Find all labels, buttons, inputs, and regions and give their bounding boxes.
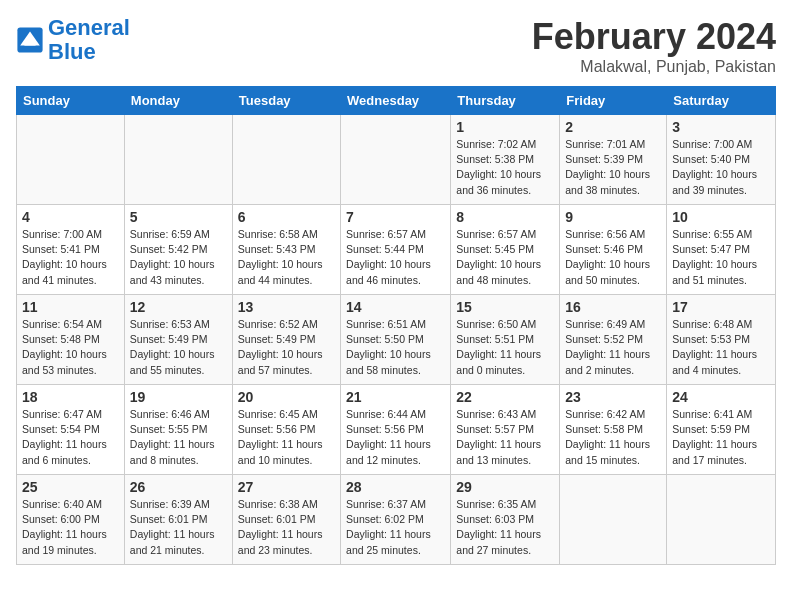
day-info: Sunrise: 6:41 AM Sunset: 5:59 PM Dayligh… bbox=[672, 407, 770, 468]
weekday-header-wednesday: Wednesday bbox=[341, 87, 451, 115]
day-info: Sunrise: 6:57 AM Sunset: 5:45 PM Dayligh… bbox=[456, 227, 554, 288]
day-info: Sunrise: 6:37 AM Sunset: 6:02 PM Dayligh… bbox=[346, 497, 445, 558]
day-number: 5 bbox=[130, 209, 227, 225]
weekday-header-saturday: Saturday bbox=[667, 87, 776, 115]
calendar-cell bbox=[232, 115, 340, 205]
day-number: 19 bbox=[130, 389, 227, 405]
calendar-cell: 2Sunrise: 7:01 AM Sunset: 5:39 PM Daylig… bbox=[560, 115, 667, 205]
day-info: Sunrise: 7:02 AM Sunset: 5:38 PM Dayligh… bbox=[456, 137, 554, 198]
day-info: Sunrise: 6:59 AM Sunset: 5:42 PM Dayligh… bbox=[130, 227, 227, 288]
day-number: 13 bbox=[238, 299, 335, 315]
calendar-cell: 14Sunrise: 6:51 AM Sunset: 5:50 PM Dayli… bbox=[341, 295, 451, 385]
day-number: 18 bbox=[22, 389, 119, 405]
logo-icon bbox=[16, 26, 44, 54]
day-number: 3 bbox=[672, 119, 770, 135]
day-info: Sunrise: 6:57 AM Sunset: 5:44 PM Dayligh… bbox=[346, 227, 445, 288]
weekday-header-row: SundayMondayTuesdayWednesdayThursdayFrid… bbox=[17, 87, 776, 115]
day-number: 14 bbox=[346, 299, 445, 315]
day-number: 20 bbox=[238, 389, 335, 405]
day-number: 29 bbox=[456, 479, 554, 495]
logo: General Blue bbox=[16, 16, 130, 64]
day-info: Sunrise: 6:38 AM Sunset: 6:01 PM Dayligh… bbox=[238, 497, 335, 558]
day-info: Sunrise: 6:46 AM Sunset: 5:55 PM Dayligh… bbox=[130, 407, 227, 468]
calendar-cell: 1Sunrise: 7:02 AM Sunset: 5:38 PM Daylig… bbox=[451, 115, 560, 205]
page-header: General Blue February 2024 Malakwal, Pun… bbox=[16, 16, 776, 76]
day-number: 26 bbox=[130, 479, 227, 495]
day-info: Sunrise: 6:44 AM Sunset: 5:56 PM Dayligh… bbox=[346, 407, 445, 468]
weekday-header-tuesday: Tuesday bbox=[232, 87, 340, 115]
week-row-1: 1Sunrise: 7:02 AM Sunset: 5:38 PM Daylig… bbox=[17, 115, 776, 205]
calendar-cell: 24Sunrise: 6:41 AM Sunset: 5:59 PM Dayli… bbox=[667, 385, 776, 475]
day-number: 22 bbox=[456, 389, 554, 405]
month-title: February 2024 bbox=[532, 16, 776, 58]
weekday-header-sunday: Sunday bbox=[17, 87, 125, 115]
weekday-header-thursday: Thursday bbox=[451, 87, 560, 115]
calendar-cell: 9Sunrise: 6:56 AM Sunset: 5:46 PM Daylig… bbox=[560, 205, 667, 295]
weekday-header-friday: Friday bbox=[560, 87, 667, 115]
calendar-cell: 26Sunrise: 6:39 AM Sunset: 6:01 PM Dayli… bbox=[124, 475, 232, 565]
day-info: Sunrise: 6:52 AM Sunset: 5:49 PM Dayligh… bbox=[238, 317, 335, 378]
day-info: Sunrise: 6:50 AM Sunset: 5:51 PM Dayligh… bbox=[456, 317, 554, 378]
day-number: 12 bbox=[130, 299, 227, 315]
day-info: Sunrise: 7:00 AM Sunset: 5:40 PM Dayligh… bbox=[672, 137, 770, 198]
day-info: Sunrise: 6:45 AM Sunset: 5:56 PM Dayligh… bbox=[238, 407, 335, 468]
calendar-cell: 28Sunrise: 6:37 AM Sunset: 6:02 PM Dayli… bbox=[341, 475, 451, 565]
week-row-2: 4Sunrise: 7:00 AM Sunset: 5:41 PM Daylig… bbox=[17, 205, 776, 295]
calendar-cell bbox=[560, 475, 667, 565]
calendar-cell: 15Sunrise: 6:50 AM Sunset: 5:51 PM Dayli… bbox=[451, 295, 560, 385]
day-number: 25 bbox=[22, 479, 119, 495]
calendar-cell: 22Sunrise: 6:43 AM Sunset: 5:57 PM Dayli… bbox=[451, 385, 560, 475]
day-number: 28 bbox=[346, 479, 445, 495]
calendar-cell bbox=[17, 115, 125, 205]
day-number: 4 bbox=[22, 209, 119, 225]
calendar-cell: 8Sunrise: 6:57 AM Sunset: 5:45 PM Daylig… bbox=[451, 205, 560, 295]
day-number: 2 bbox=[565, 119, 661, 135]
calendar-cell bbox=[341, 115, 451, 205]
day-number: 16 bbox=[565, 299, 661, 315]
calendar-cell: 19Sunrise: 6:46 AM Sunset: 5:55 PM Dayli… bbox=[124, 385, 232, 475]
day-info: Sunrise: 7:01 AM Sunset: 5:39 PM Dayligh… bbox=[565, 137, 661, 198]
day-info: Sunrise: 6:49 AM Sunset: 5:52 PM Dayligh… bbox=[565, 317, 661, 378]
calendar-table: SundayMondayTuesdayWednesdayThursdayFrid… bbox=[16, 86, 776, 565]
weekday-header-monday: Monday bbox=[124, 87, 232, 115]
day-info: Sunrise: 7:00 AM Sunset: 5:41 PM Dayligh… bbox=[22, 227, 119, 288]
logo-line2: Blue bbox=[48, 39, 96, 64]
day-number: 9 bbox=[565, 209, 661, 225]
day-number: 24 bbox=[672, 389, 770, 405]
day-number: 11 bbox=[22, 299, 119, 315]
title-area: February 2024 Malakwal, Punjab, Pakistan bbox=[532, 16, 776, 76]
location-title: Malakwal, Punjab, Pakistan bbox=[532, 58, 776, 76]
calendar-cell bbox=[124, 115, 232, 205]
day-number: 15 bbox=[456, 299, 554, 315]
calendar-cell: 29Sunrise: 6:35 AM Sunset: 6:03 PM Dayli… bbox=[451, 475, 560, 565]
day-number: 23 bbox=[565, 389, 661, 405]
day-number: 7 bbox=[346, 209, 445, 225]
calendar-cell: 25Sunrise: 6:40 AM Sunset: 6:00 PM Dayli… bbox=[17, 475, 125, 565]
day-info: Sunrise: 6:40 AM Sunset: 6:00 PM Dayligh… bbox=[22, 497, 119, 558]
calendar-cell: 10Sunrise: 6:55 AM Sunset: 5:47 PM Dayli… bbox=[667, 205, 776, 295]
day-number: 8 bbox=[456, 209, 554, 225]
day-info: Sunrise: 6:51 AM Sunset: 5:50 PM Dayligh… bbox=[346, 317, 445, 378]
day-info: Sunrise: 6:47 AM Sunset: 5:54 PM Dayligh… bbox=[22, 407, 119, 468]
calendar-cell: 23Sunrise: 6:42 AM Sunset: 5:58 PM Dayli… bbox=[560, 385, 667, 475]
calendar-cell: 18Sunrise: 6:47 AM Sunset: 5:54 PM Dayli… bbox=[17, 385, 125, 475]
calendar-cell: 4Sunrise: 7:00 AM Sunset: 5:41 PM Daylig… bbox=[17, 205, 125, 295]
logo-line1: General bbox=[48, 15, 130, 40]
day-info: Sunrise: 6:54 AM Sunset: 5:48 PM Dayligh… bbox=[22, 317, 119, 378]
day-info: Sunrise: 6:53 AM Sunset: 5:49 PM Dayligh… bbox=[130, 317, 227, 378]
day-info: Sunrise: 6:43 AM Sunset: 5:57 PM Dayligh… bbox=[456, 407, 554, 468]
logo-text: General Blue bbox=[48, 16, 130, 64]
calendar-cell: 13Sunrise: 6:52 AM Sunset: 5:49 PM Dayli… bbox=[232, 295, 340, 385]
day-number: 27 bbox=[238, 479, 335, 495]
day-number: 21 bbox=[346, 389, 445, 405]
day-info: Sunrise: 6:48 AM Sunset: 5:53 PM Dayligh… bbox=[672, 317, 770, 378]
svg-rect-2 bbox=[24, 43, 35, 46]
calendar-cell: 3Sunrise: 7:00 AM Sunset: 5:40 PM Daylig… bbox=[667, 115, 776, 205]
day-info: Sunrise: 6:55 AM Sunset: 5:47 PM Dayligh… bbox=[672, 227, 770, 288]
week-row-3: 11Sunrise: 6:54 AM Sunset: 5:48 PM Dayli… bbox=[17, 295, 776, 385]
calendar-cell: 12Sunrise: 6:53 AM Sunset: 5:49 PM Dayli… bbox=[124, 295, 232, 385]
day-info: Sunrise: 6:58 AM Sunset: 5:43 PM Dayligh… bbox=[238, 227, 335, 288]
calendar-cell: 21Sunrise: 6:44 AM Sunset: 5:56 PM Dayli… bbox=[341, 385, 451, 475]
calendar-cell: 16Sunrise: 6:49 AM Sunset: 5:52 PM Dayli… bbox=[560, 295, 667, 385]
day-info: Sunrise: 6:35 AM Sunset: 6:03 PM Dayligh… bbox=[456, 497, 554, 558]
